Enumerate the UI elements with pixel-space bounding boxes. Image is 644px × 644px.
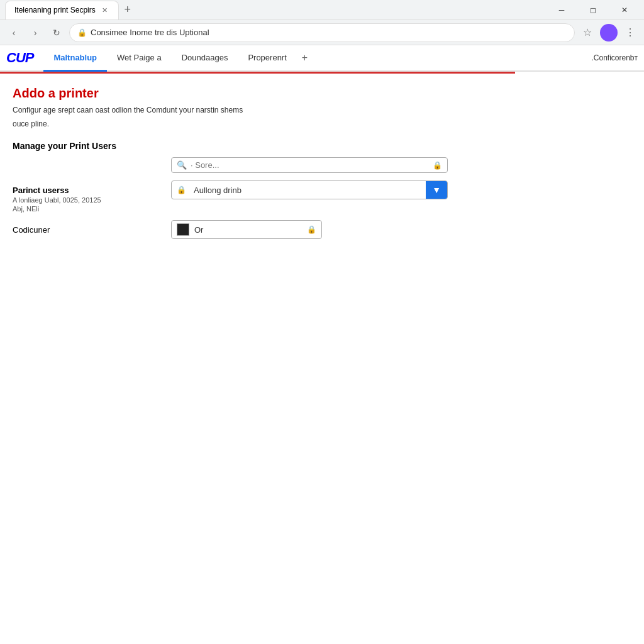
tab-close-button[interactable]: ✕: [101, 6, 109, 14]
reload-button[interactable]: ↻: [48, 24, 65, 42]
page-content: Addo a printer Configur age srept caan o…: [0, 74, 644, 252]
nav-tab-label-1: Wet Paige a: [117, 53, 162, 62]
forward-button[interactable]: ›: [26, 24, 44, 42]
input-lock-icon: 🔒: [433, 161, 442, 170]
nav-tab-label-3: Properenrt: [248, 53, 286, 62]
browser-tab[interactable]: Itelenaning print Secpirs ✕: [5, 1, 119, 19]
nav-tab-wetpaige[interactable]: Wet Paige a: [107, 45, 172, 72]
cups-logo-text: CUP: [6, 50, 33, 65]
dropdown-wrapper[interactable]: 🔒 Aullong drinb ▼: [171, 180, 448, 199]
browser-menu-button[interactable]: ⋮: [621, 24, 639, 42]
printer-users-sub1: A lonliaeg Uabl, 0025, 20125: [13, 196, 164, 204]
page-description-2: ouce pline.: [13, 118, 631, 130]
config-label: .Conficorenbт: [591, 53, 638, 62]
color-value: Or: [194, 225, 302, 235]
printer-users-label-block: Parinct userss A lonliaeg Uabl, 0025, 20…: [13, 180, 164, 213]
close-button[interactable]: ✕: [610, 0, 639, 20]
search-input-wrapper[interactable]: 🔍 🔒: [171, 157, 448, 173]
window-controls: ─ ◻ ✕: [547, 0, 639, 20]
address-text: Consimee Inome tre dis Uptional: [91, 28, 209, 37]
search-icon: 🔍: [177, 160, 187, 170]
printer-users-label: Parinct userss: [13, 180, 164, 195]
dropdown-lock-icon: 🔒: [172, 182, 191, 198]
dropdown-text: Aullong drinb: [191, 182, 426, 199]
minimize-button[interactable]: ─: [547, 0, 576, 20]
back-button[interactable]: ‹: [5, 24, 23, 42]
cups-nav: CUP Maltnablup Wet Paige a Doundaages Pr…: [0, 45, 644, 72]
color-swatch[interactable]: [177, 223, 189, 236]
dropdown-button[interactable]: ▼: [426, 181, 447, 199]
cups-logo: CUP: [6, 50, 33, 66]
color-lock-icon: 🔒: [307, 225, 316, 234]
nav-tab-maintablup[interactable]: Maltnablup: [43, 45, 107, 72]
nav-tab-doundaages[interactable]: Doundaages: [172, 45, 238, 72]
nav-tab-label-0: Maltnablup: [53, 53, 97, 62]
form-grid: 🔍 🔒 Parinct userss A lonliaeg Uabl, 0025…: [13, 157, 631, 239]
browser-addressbar: ‹ › ↻ 🔒 Consimee Inome tre dis Uptional …: [0, 20, 644, 45]
search-input[interactable]: [191, 160, 429, 170]
address-bar[interactable]: 🔒 Consimee Inome tre dis Uptional: [69, 23, 575, 42]
color-input-wrapper[interactable]: Or 🔒: [171, 220, 322, 239]
lock-icon: 🔒: [77, 28, 87, 37]
tab-title: Itelenaning print Secpirs: [14, 6, 96, 14]
computer-label: Codicuner: [13, 220, 164, 235]
browser-titlebar: Itelenaning print Secpirs ✕ + ─ ◻ ✕: [0, 0, 644, 20]
page-title: Addo a printer: [13, 86, 631, 101]
page-description-1: Configur age srept caan oast odlion the …: [13, 104, 631, 116]
bookmark-button[interactable]: ☆: [579, 24, 596, 42]
printer-users-sub2: Abj, NEli: [13, 205, 164, 213]
new-tab-button[interactable]: +: [119, 1, 136, 19]
nav-add-tab-button[interactable]: +: [297, 52, 313, 64]
section-title: Manage your Print Users: [13, 141, 631, 151]
nav-tab-label-2: Doundaages: [182, 53, 228, 62]
profile-button[interactable]: [600, 24, 618, 42]
restore-button[interactable]: ◻: [579, 0, 608, 20]
nav-tab-properenrt[interactable]: Properenrt: [238, 45, 296, 72]
